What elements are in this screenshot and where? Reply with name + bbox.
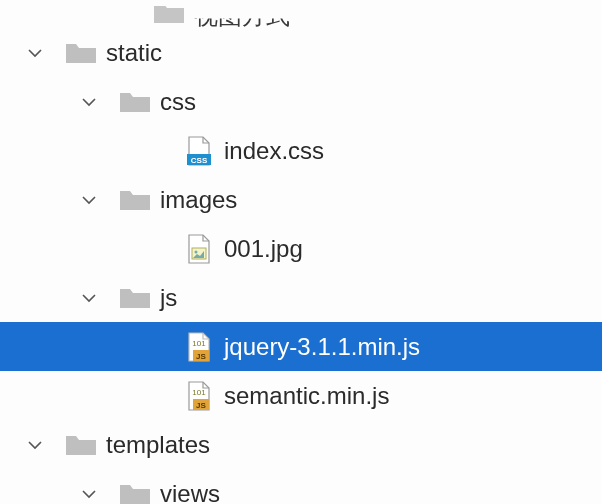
svg-text:101: 101 bbox=[192, 339, 206, 348]
tree-item-label: css bbox=[160, 90, 196, 114]
chevron-down-icon[interactable] bbox=[26, 44, 44, 62]
tree-item-label: semantic.min.js bbox=[224, 384, 389, 408]
tree-item-images[interactable]: images bbox=[0, 175, 602, 224]
tree-item-label: index.css bbox=[224, 139, 324, 163]
tree-item-templates[interactable]: templates bbox=[0, 420, 602, 469]
folder-icon bbox=[64, 38, 98, 68]
svg-text:JS: JS bbox=[196, 401, 206, 410]
chevron-down-icon[interactable] bbox=[80, 93, 98, 111]
chevron-down-icon[interactable] bbox=[26, 436, 44, 454]
tree-item-index-css[interactable]: CSS index.css bbox=[0, 126, 602, 175]
svg-point-3 bbox=[195, 250, 198, 253]
svg-text:101: 101 bbox=[192, 388, 206, 397]
chevron-down-icon[interactable] bbox=[80, 191, 98, 209]
folder-icon bbox=[118, 87, 152, 117]
chevron-down-icon[interactable] bbox=[80, 289, 98, 307]
svg-text:JS: JS bbox=[196, 352, 206, 361]
tree-item-label: images bbox=[160, 188, 237, 212]
tree-item-semantic[interactable]: 101 JS semantic.min.js bbox=[0, 371, 602, 420]
tree-item-label: views bbox=[160, 482, 220, 505]
image-file-icon bbox=[182, 234, 216, 264]
folder-icon bbox=[118, 185, 152, 215]
css-file-icon: CSS bbox=[182, 136, 216, 166]
tree-item-label: static bbox=[106, 41, 162, 65]
tree-item-label: js bbox=[160, 286, 177, 310]
tree-item-js[interactable]: js bbox=[0, 273, 602, 322]
tree-item-label: templates bbox=[106, 433, 210, 457]
folder-icon bbox=[64, 430, 98, 460]
js-file-icon: 101 JS bbox=[182, 381, 216, 411]
tree-item-label: 视图方式 bbox=[194, 6, 290, 28]
folder-icon bbox=[118, 479, 152, 505]
svg-text:CSS: CSS bbox=[191, 156, 208, 165]
tree-item-truncated[interactable]: 视图方式 bbox=[0, 6, 602, 28]
tree-item-views[interactable]: views bbox=[0, 469, 602, 504]
tree-item-jquery[interactable]: 101 JS jquery-3.1.1.min.js bbox=[0, 322, 602, 371]
folder-icon bbox=[118, 283, 152, 313]
chevron-down-icon[interactable] bbox=[80, 485, 98, 503]
js-file-icon: 101 JS bbox=[182, 332, 216, 362]
folder-icon bbox=[152, 6, 186, 28]
tree-item-static[interactable]: static bbox=[0, 28, 602, 77]
tree-item-label: 001.jpg bbox=[224, 237, 303, 261]
tree-item-css[interactable]: css bbox=[0, 77, 602, 126]
tree-item-label: jquery-3.1.1.min.js bbox=[224, 335, 420, 359]
tree-item-001-jpg[interactable]: 001.jpg bbox=[0, 224, 602, 273]
